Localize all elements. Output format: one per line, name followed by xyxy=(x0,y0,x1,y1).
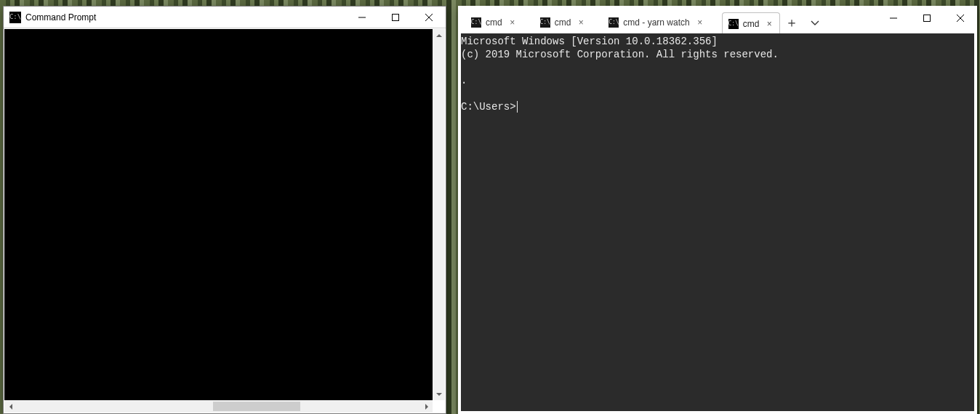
maximize-button[interactable] xyxy=(910,6,944,31)
window-system-buttons xyxy=(877,6,977,33)
cmd-icon: C:\ xyxy=(609,17,619,28)
tab-cmd-1[interactable]: C:\ cmd × xyxy=(465,12,523,33)
scroll-track-horizontal[interactable] xyxy=(17,400,420,413)
titlebar[interactable]: C:\ Command Prompt xyxy=(4,7,446,28)
tab-label: cmd - yarn watch xyxy=(623,17,689,28)
scroll-up-button[interactable] xyxy=(433,29,445,41)
tab-label: cmd xyxy=(555,17,571,28)
close-tab-icon[interactable]: × xyxy=(763,18,775,30)
cmd-icon: C:\ xyxy=(540,17,550,28)
terminal-prompt: C:\Users> xyxy=(461,101,516,113)
scroll-thumb-horizontal[interactable] xyxy=(213,402,300,411)
tab-label: cmd xyxy=(743,19,760,29)
cmd-icon: C:\ xyxy=(728,19,739,29)
svg-rect-1 xyxy=(924,15,931,22)
terminal-line: Microsoft Windows [Version 10.0.18362.35… xyxy=(461,36,718,47)
tab-label: cmd xyxy=(486,17,502,28)
terminal-client-area[interactable]: Microsoft Windows [Version 10.0.18362.35… xyxy=(461,33,974,411)
command-prompt-window: C:\ Command Prompt xyxy=(3,6,446,414)
cmd-icon: C:\ xyxy=(471,17,481,28)
window-title: Command Prompt xyxy=(25,12,96,23)
close-button[interactable] xyxy=(944,6,977,31)
scroll-left-button[interactable] xyxy=(4,400,17,413)
close-tab-icon[interactable]: × xyxy=(507,17,518,28)
svg-rect-0 xyxy=(393,14,399,20)
terminal-line: (c) 2019 Microsoft Corporation. All righ… xyxy=(461,49,779,60)
windows-terminal-window: C:\ cmd × C:\ cmd × C:\ cmd - yarn watch… xyxy=(458,6,977,414)
horizontal-scrollbar[interactable] xyxy=(4,400,433,413)
tab-dropdown-button[interactable] xyxy=(803,12,827,33)
tab-cmd-2[interactable]: C:\ cmd × xyxy=(534,12,592,33)
scroll-down-button[interactable] xyxy=(433,388,445,400)
scroll-right-button[interactable] xyxy=(420,400,433,413)
cmd-icon: C:\ xyxy=(9,12,21,23)
close-tab-icon[interactable]: × xyxy=(694,17,706,28)
maximize-button[interactable] xyxy=(379,7,412,28)
tab-cmd-yarn-watch[interactable]: C:\ cmd - yarn watch × xyxy=(603,12,710,33)
new-tab-button[interactable]: ＋ xyxy=(780,12,803,33)
close-button[interactable] xyxy=(412,7,446,28)
terminal-client-area[interactable] xyxy=(4,29,433,400)
minimize-button[interactable] xyxy=(877,6,910,31)
scroll-track-vertical[interactable] xyxy=(433,41,445,388)
vertical-scrollbar[interactable] xyxy=(433,29,445,400)
tab-cmd-active[interactable]: C:\ cmd × xyxy=(722,12,781,34)
text-cursor xyxy=(517,101,518,113)
close-tab-icon[interactable]: × xyxy=(575,17,587,28)
minimize-button[interactable] xyxy=(345,7,379,28)
tab-bar: C:\ cmd × C:\ cmd × C:\ cmd - yarn watch… xyxy=(458,6,977,33)
